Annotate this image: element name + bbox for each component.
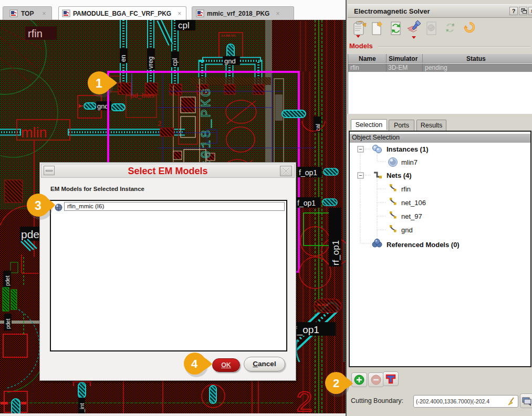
svg-text:gnd: gnd	[224, 57, 236, 65]
svg-text:f_op1: f_op1	[299, 168, 317, 177]
svg-text:rf_op1: rf_op1	[331, 240, 341, 265]
svg-text:mlin: mlin	[21, 125, 47, 141]
svg-text:cpl: cpl	[178, 20, 190, 30]
svg-text:gnd: gnd	[97, 102, 109, 110]
svg-text:1: 1	[96, 77, 102, 90]
svg-text:vreg: vreg	[147, 57, 154, 69]
svg-text:mlin7: mlin7	[401, 158, 418, 166]
svg-text:2: 2	[296, 387, 314, 416]
svg-text:net_97: net_97	[401, 212, 422, 220]
svg-text:3: 3	[35, 199, 41, 212]
svg-text:gnd: gnd	[401, 226, 413, 234]
svg-text:2018_PKG: 2018_PKG	[199, 87, 214, 169]
svg-text:en: en	[120, 55, 127, 62]
svg-text:RL.PLA: RL.PLA	[317, 303, 328, 306]
svg-text:pdet: pdet	[5, 275, 11, 286]
svg-text:rfin: rfin	[401, 185, 411, 193]
svg-text:rfin: rfin	[28, 28, 43, 39]
svg-text:AA BB NN: AA BB NN	[221, 34, 236, 37]
svg-text:cpl: cpl	[171, 58, 179, 66]
svg-text:net_106: net_106	[401, 199, 426, 207]
svg-text:pde: pde	[21, 228, 39, 240]
svg-text:Nets (4): Nets (4)	[387, 172, 412, 179]
svg-text:f_op1: f_op1	[297, 199, 316, 207]
svg-text:2: 2	[333, 377, 339, 390]
svg-text:4: 4	[191, 357, 198, 370]
svg-text:cal: cal	[315, 124, 321, 131]
svg-text:pdet: pdet	[5, 318, 11, 329]
svg-text:Referenced Models (0): Referenced Models (0)	[387, 241, 460, 249]
svg-text:_int: _int	[79, 403, 85, 413]
svg-text:2: 2	[158, 120, 161, 127]
svg-text:Instances (1): Instances (1)	[387, 145, 428, 153]
